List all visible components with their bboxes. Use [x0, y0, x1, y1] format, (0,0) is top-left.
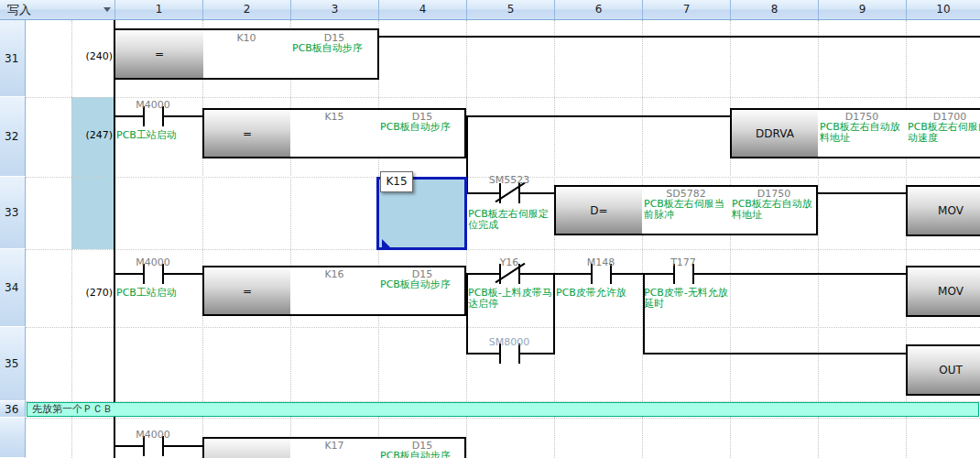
branch-line: [643, 273, 645, 354]
rung-line: [115, 115, 143, 117]
function-box-eq[interactable]: =: [204, 110, 290, 157]
device-comment: PCB板左右伺服自动速度: [908, 122, 980, 144]
device-comment: PCB板左右伺服当前脉冲: [644, 199, 728, 221]
step-number: (247): [71, 129, 113, 141]
function-box-deq[interactable]: D=: [556, 187, 642, 234]
grid-line: [26, 249, 980, 250]
device-comment: PCB工站启动: [116, 288, 177, 299]
mode-label: 写入: [0, 0, 31, 19]
device-comment: PCB板自动步序: [380, 122, 466, 133]
device-comment: PCB板左右自动放料地址: [732, 199, 812, 221]
rung-line: [466, 273, 499, 275]
contact-label[interactable]: T177: [637, 256, 729, 268]
contact-label[interactable]: SM5523: [463, 174, 555, 186]
contact-label[interactable]: M4000: [107, 256, 199, 268]
function-box-eq[interactable]: =: [115, 30, 203, 78]
grid-line: [26, 327, 980, 328]
step-column-selection-highlight: [71, 97, 114, 249]
grid-line: [26, 97, 980, 98]
rung-line: [379, 36, 980, 38]
function-box-eq[interactable]: =: [204, 267, 290, 314]
operand-label[interactable]: K10: [202, 32, 290, 44]
function-box-ddrva[interactable]: DDRVA: [732, 110, 818, 157]
device-comment: PCB板左右自动放料地址: [820, 122, 900, 144]
column-header-4[interactable]: 4: [378, 0, 466, 19]
contact-label[interactable]: Y16: [463, 256, 555, 268]
rung-line: [115, 273, 143, 275]
chevron-down-icon[interactable]: [103, 7, 111, 12]
device-comment: PCB板自动步序: [380, 451, 466, 458]
grid-line: [642, 20, 643, 458]
column-header-7[interactable]: 7: [642, 0, 730, 19]
rung-line: [520, 273, 591, 275]
rung-line: [468, 192, 499, 194]
column-header-bar: 写入 1 2 3 4 5 6 7 8 9 10: [0, 0, 980, 20]
column-header-8[interactable]: 8: [730, 0, 818, 19]
mov-block-row34[interactable]: MOV: [906, 266, 980, 317]
grid-line: [202, 20, 203, 458]
rung-line: [643, 353, 906, 354]
row-header-36[interactable]: 36: [0, 401, 26, 418]
rung-line: [694, 273, 906, 275]
device-comment: PCB板自动步序: [292, 43, 378, 54]
grid-line: [818, 20, 819, 458]
device-comment: PCB皮带允许放: [556, 288, 626, 299]
rung-line: [818, 192, 906, 194]
rung-line: [115, 445, 143, 447]
step-number: (240): [71, 50, 113, 62]
device-comment: PCB皮带-无料允放延时: [644, 288, 730, 310]
column-header-9[interactable]: 9: [818, 0, 906, 19]
operand-label[interactable]: K16: [290, 268, 378, 280]
cell-edit-tooltip: K15: [380, 171, 413, 192]
row-header-31[interactable]: 31: [0, 20, 26, 97]
contact-label[interactable]: M148: [555, 256, 647, 268]
edit-marker-icon: [382, 239, 392, 249]
device-comment: PCB板左右伺服定位完成: [468, 209, 552, 231]
row-header-34[interactable]: 34: [0, 249, 26, 327]
rung-line: [466, 353, 499, 354]
rung-line: [520, 353, 555, 354]
contact-label[interactable]: M4000: [107, 429, 199, 441]
row-header-33[interactable]: 33: [0, 177, 26, 249]
grid-line: [71, 20, 72, 458]
row-header-37[interactable]: [0, 418, 26, 458]
rung-line: [164, 115, 202, 117]
grid-line: [26, 418, 980, 419]
rung-line: [520, 192, 554, 194]
operand-label[interactable]: K17: [290, 440, 378, 452]
contact-label[interactable]: SM8000: [463, 336, 555, 348]
column-header-3[interactable]: 3: [290, 0, 378, 19]
rung-line: [164, 273, 202, 275]
contact-label[interactable]: M4000: [107, 99, 199, 111]
device-comment: PCB板-上料皮带马达启停: [468, 288, 554, 310]
operand-label[interactable]: K15: [290, 111, 378, 123]
mov-block-row33[interactable]: MOV: [906, 185, 980, 236]
column-header-1[interactable]: 1: [114, 0, 202, 19]
step-number: (270): [71, 287, 113, 299]
grid-line: [290, 20, 291, 458]
power-rail: [114, 20, 115, 458]
out-block-row35[interactable]: OUT: [906, 344, 980, 396]
plc-ladder-editor: 写入 1 2 3 4 5 6 7 8 9 10 31 32 33 34 35 3…: [0, 0, 980, 458]
column-header-10[interactable]: 10: [906, 0, 980, 19]
grid-line: [730, 20, 731, 458]
column-header-2[interactable]: 2: [202, 0, 290, 19]
device-comment: PCB工站启动: [116, 130, 177, 141]
rung-line: [164, 445, 202, 447]
device-comment: PCB板自动步序: [380, 279, 466, 290]
function-box-eq[interactable]: =: [204, 439, 290, 458]
rung-line: [466, 115, 730, 117]
column-header-6[interactable]: 6: [554, 0, 642, 19]
grid-line: [554, 20, 555, 458]
statement-row[interactable]: 先放第一个ＰＣＢ: [27, 402, 979, 417]
column-header-5[interactable]: 5: [466, 0, 554, 19]
row-header-35[interactable]: 35: [0, 327, 26, 401]
row-header-32[interactable]: 32: [0, 97, 26, 177]
